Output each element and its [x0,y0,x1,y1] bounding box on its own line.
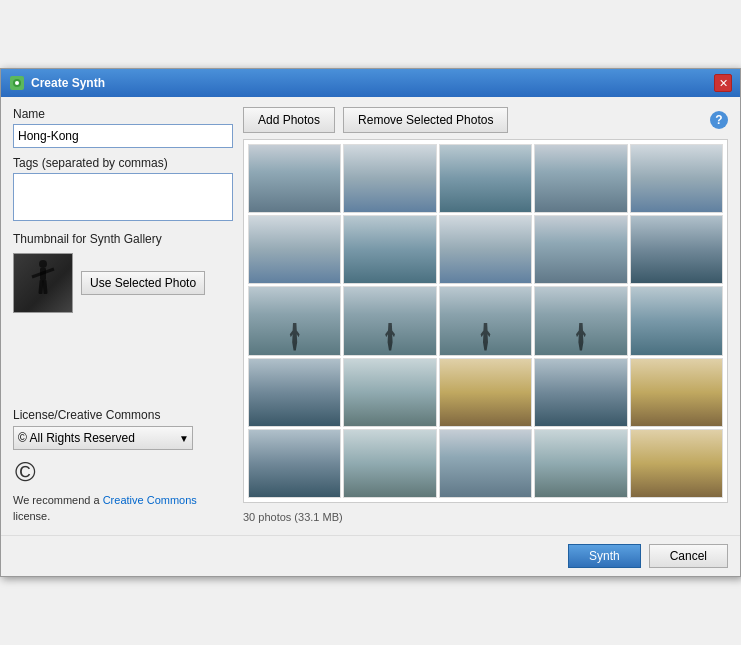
left-panel: Name Tags (separated by commas) Thumbnai… [13,107,233,525]
name-input[interactable] [13,124,233,148]
tags-label: Tags (separated by commas) [13,156,233,170]
photo-count: 30 photos (33.1 MB) [243,509,728,525]
photo-cell[interactable] [439,429,532,498]
recommend-prefix: We recommend a [13,494,103,506]
photo-cell[interactable] [343,358,436,427]
synth-button[interactable]: Synth [568,544,641,568]
dialog-title: Create Synth [31,76,105,90]
tags-input[interactable] [13,173,233,221]
photo-cell[interactable] [439,358,532,427]
photo-cell[interactable] [343,215,436,284]
photo-cell[interactable] [439,215,532,284]
photo-grid [248,144,723,498]
thumbnail-section: Thumbnail for Synth Gallery [13,232,233,313]
name-field-group: Name [13,107,233,148]
use-selected-photo-button[interactable]: Use Selected Photo [81,271,205,295]
svg-point-2 [15,81,19,85]
photo-cell[interactable] [630,144,723,213]
recommend-suffix: license. [13,510,50,522]
create-synth-dialog: Create Synth ✕ Name Tags (separated by c… [0,68,741,577]
photo-cell[interactable] [248,144,341,213]
spacer [13,321,233,400]
photo-cell[interactable] [630,215,723,284]
thumbnail-preview [13,253,73,313]
help-icon[interactable]: ? [710,111,728,129]
name-label: Name [13,107,233,121]
license-section: License/Creative Commons © All Rights Re… [13,408,233,525]
photo-cell[interactable] [248,429,341,498]
remove-selected-photos-button[interactable]: Remove Selected Photos [343,107,508,133]
add-photos-button[interactable]: Add Photos [243,107,335,133]
title-bar: Create Synth ✕ [1,69,740,97]
toolbar: Add Photos Remove Selected Photos ? [243,107,728,133]
recommend-text: We recommend a Creative Commons license. [13,492,233,525]
title-bar-left: Create Synth [9,75,105,91]
copyright-icon: © [15,456,233,488]
photo-cell[interactable] [630,358,723,427]
creative-commons-link[interactable]: Creative Commons [103,494,197,506]
photo-cell[interactable] [343,286,436,355]
dialog-body: Name Tags (separated by commas) Thumbnai… [1,97,740,535]
photo-cell[interactable] [248,358,341,427]
photo-cell[interactable] [534,144,627,213]
photo-cell[interactable] [630,286,723,355]
photo-cell[interactable] [534,215,627,284]
photo-cell[interactable] [534,429,627,498]
dialog-footer: Synth Cancel [1,535,740,576]
app-icon [9,75,25,91]
cancel-button[interactable]: Cancel [649,544,728,568]
statue-silhouette-icon [28,259,58,307]
photo-cell[interactable] [343,144,436,213]
thumbnail-row: Use Selected Photo [13,253,233,313]
photo-cell[interactable] [630,429,723,498]
license-label: License/Creative Commons [13,408,233,422]
photo-cell[interactable] [534,358,627,427]
thumbnail-image [14,254,72,312]
photo-cell[interactable] [248,286,341,355]
close-button[interactable]: ✕ [714,74,732,92]
main-area: Name Tags (separated by commas) Thumbnai… [13,107,728,525]
photo-grid-container[interactable] [243,139,728,503]
license-select[interactable]: © All Rights Reserved Creative Commons A… [13,426,193,450]
photo-cell[interactable] [343,429,436,498]
tags-field-group: Tags (separated by commas) [13,156,233,224]
svg-point-3 [39,260,47,268]
right-panel: Add Photos Remove Selected Photos ? 30 p… [243,107,728,525]
photo-cell[interactable] [439,144,532,213]
photo-cell[interactable] [534,286,627,355]
photo-cell[interactable] [439,286,532,355]
photo-cell[interactable] [248,215,341,284]
license-select-wrap: © All Rights Reserved Creative Commons A… [13,426,193,450]
svg-rect-8 [42,280,47,294]
thumbnail-label: Thumbnail for Synth Gallery [13,232,233,246]
